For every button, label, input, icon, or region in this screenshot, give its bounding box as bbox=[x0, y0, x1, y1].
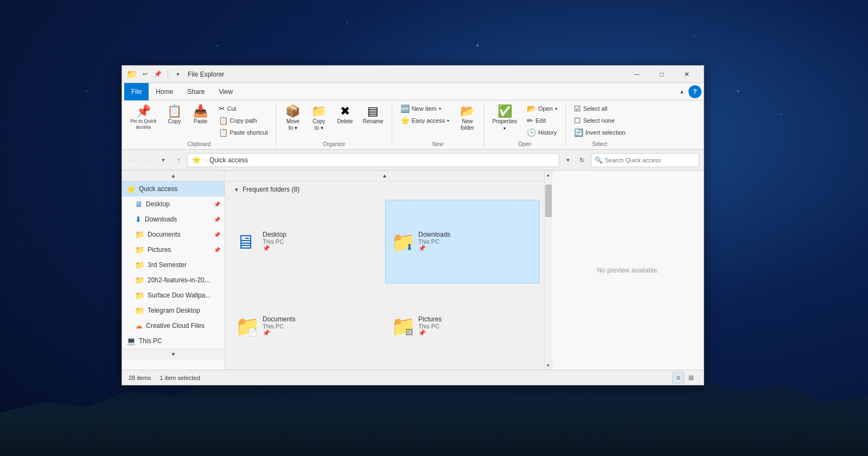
folder-item-pictures[interactable]: 📁 🖼 Pictures This PC 📌 bbox=[385, 284, 540, 368]
address-path[interactable]: ⭐ › Quick access bbox=[187, 153, 559, 167]
tab-view[interactable]: View bbox=[212, 83, 240, 100]
delete-button[interactable]: ✖ Delete bbox=[333, 103, 357, 128]
desktop-folder-icon-wrapper: 🖥 bbox=[235, 231, 257, 252]
open-items: ✅ Properties ▾ 📂 Open ▾ ✏ Edit bbox=[488, 103, 561, 139]
address-bar: ← → ▼ ↑ ⭐ › Quick access ▼ ↻ 🔍 bbox=[122, 150, 704, 170]
address-dropdown-button[interactable]: ▼ bbox=[561, 154, 575, 167]
copy-to-icon: 📁 bbox=[311, 105, 326, 117]
close-button[interactable]: ✕ bbox=[674, 66, 699, 83]
downloads-pin-icon: 📌 bbox=[214, 217, 220, 223]
downloads-folder-pin: 📌 bbox=[418, 245, 534, 252]
folder-item-downloads[interactable]: 📁 ⬇ Downloads This PC 📌 bbox=[385, 200, 540, 283]
tab-file[interactable]: File bbox=[124, 83, 149, 100]
view-details-button[interactable]: ≡ bbox=[672, 372, 684, 384]
search-input[interactable] bbox=[605, 157, 695, 163]
rename-icon: ▤ bbox=[367, 105, 379, 117]
sidebar-label-quick-access: Quick access bbox=[139, 185, 220, 193]
nav-back-button[interactable]: ← bbox=[126, 154, 139, 167]
sidebar-label-this-pc: This PC bbox=[139, 337, 220, 345]
edit-label: Edit bbox=[535, 117, 546, 124]
documents-folder-icon-wrapper: 📁 📄 bbox=[235, 315, 257, 337]
invert-selection-button[interactable]: 🔄 Invert selection bbox=[570, 126, 629, 138]
sidebar-scroll-up[interactable]: ▲ bbox=[122, 170, 225, 181]
sidebar-label-downloads: Downloads bbox=[145, 216, 210, 223]
select-all-button[interactable]: ☑ Select all bbox=[570, 103, 629, 115]
nav-up-button[interactable]: ↑ bbox=[172, 154, 185, 167]
nav-forward-button[interactable]: → bbox=[142, 154, 155, 167]
new-folder-button[interactable]: 📂 Newfolder bbox=[455, 103, 479, 134]
easy-access-button[interactable]: ⭐ Easy access ▾ bbox=[397, 115, 454, 126]
sidebar-item-this-pc[interactable]: 💻 This PC bbox=[122, 333, 225, 349]
sidebar-item-downloads[interactable]: ⬇ Downloads 📌 bbox=[122, 212, 225, 227]
rename-button[interactable]: ▤ Rename bbox=[359, 103, 387, 128]
sidebar-scroll-down[interactable]: ▼ bbox=[122, 349, 225, 359]
easy-access-arrow: ▾ bbox=[447, 118, 449, 123]
section-title-frequent: Frequent folders (8) bbox=[242, 186, 299, 193]
desktop-folder-icon: 🖥 bbox=[235, 231, 255, 253]
paste-button[interactable]: 📥 Paste bbox=[189, 103, 213, 128]
address-current-path: Quick access bbox=[209, 156, 248, 164]
copy-button[interactable]: 📋 Copy bbox=[163, 103, 187, 128]
quick-access-pin[interactable]: 📌 bbox=[152, 69, 163, 80]
folder-item-desktop[interactable]: 🖥 Desktop This PC 📌 bbox=[229, 200, 384, 283]
nav-recent-button[interactable]: ▼ bbox=[157, 154, 170, 167]
sidebar-item-pictures[interactable]: 📁 Pictures 📌 bbox=[122, 242, 225, 257]
ribbon-collapse-button[interactable]: ▲ bbox=[675, 85, 688, 98]
open-button[interactable]: 📂 Open ▾ bbox=[523, 103, 561, 115]
properties-arrow: ▾ bbox=[503, 126, 506, 131]
ribbon-help-button[interactable]: ? bbox=[688, 85, 701, 98]
edit-button[interactable]: ✏ Edit bbox=[523, 115, 561, 126]
sidebar-item-desktop[interactable]: 🖥 Desktop 📌 bbox=[122, 197, 225, 212]
select-none-icon: ☐ bbox=[574, 116, 581, 125]
20h2-icon: 📁 bbox=[135, 276, 144, 284]
address-path-separator: › bbox=[205, 156, 207, 164]
sidebar-item-20h2[interactable]: 📁 20h2-features-in-20... bbox=[122, 273, 225, 288]
desktop-pin-icon: 📌 bbox=[214, 201, 220, 207]
window-title: File Explorer bbox=[183, 71, 624, 78]
this-pc-icon: 💻 bbox=[126, 337, 136, 345]
ribbon-group-select: ☑ Select all ☐ Select none 🔄 Invert sele… bbox=[566, 103, 634, 147]
documents-folder-pin: 📌 bbox=[263, 330, 378, 337]
select-none-button[interactable]: ☐ Select none bbox=[570, 115, 629, 126]
scrollbar-up-arrow[interactable]: ▲ bbox=[545, 170, 552, 179]
sidebar-item-creative-cloud[interactable]: ☁ Creative Cloud Files bbox=[122, 318, 225, 333]
scrollbar-track[interactable] bbox=[545, 179, 552, 361]
ribbon-tabs: File Home Share View ▲ ? bbox=[122, 83, 704, 100]
paste-shortcut-button[interactable]: 📋 Paste shortcut bbox=[215, 126, 272, 138]
3rd-semester-icon: 📁 bbox=[135, 261, 144, 269]
quick-access-undo[interactable]: ↩ bbox=[139, 69, 150, 80]
tab-share[interactable]: Share bbox=[180, 83, 212, 100]
history-button[interactable]: 🕒 History bbox=[523, 126, 561, 138]
scrollbar-down-arrow[interactable]: ▼ bbox=[545, 361, 552, 370]
copy-path-button[interactable]: 📋 Copy path bbox=[215, 115, 272, 126]
ribbon-group-clipboard: 📌 Pin to Quick access 📋 Copy 📥 Paste bbox=[122, 103, 277, 147]
tab-home[interactable]: Home bbox=[149, 83, 180, 100]
address-refresh-button[interactable]: ↻ bbox=[576, 154, 589, 167]
preview-text: No preview available. bbox=[597, 267, 659, 274]
search-box[interactable]: 🔍 bbox=[591, 153, 699, 167]
downloads-folder-icon-wrapper: 📁 ⬇ bbox=[391, 231, 413, 252]
properties-button[interactable]: ✅ Properties ▾ bbox=[488, 103, 521, 134]
content-scroll-up[interactable]: ▲ bbox=[225, 170, 544, 181]
view-large-icons-button[interactable]: ⊞ bbox=[685, 372, 697, 384]
address-actions: ▼ ↻ bbox=[561, 154, 589, 167]
move-to-button[interactable]: 📦 Moveto ▾ bbox=[281, 103, 305, 134]
minimize-button[interactable]: ─ bbox=[624, 66, 649, 83]
documents-icon: 📁 bbox=[135, 230, 144, 239]
sidebar-item-documents[interactable]: 📁 Documents 📌 bbox=[122, 227, 225, 242]
ribbon-group-new: 🆕 New item ▾ ⭐ Easy access ▾ 📂 Newfolder bbox=[392, 103, 484, 147]
sidebar-item-surface-duo[interactable]: 📁 Surface Duo Wallpa... bbox=[122, 288, 225, 303]
pin-to-quick-access-button[interactable]: 📌 Pin to Quick access bbox=[126, 103, 161, 133]
section-header-frequent[interactable]: ▼ Frequent folders (8) bbox=[225, 181, 544, 198]
quick-access-customize[interactable]: ▼ bbox=[173, 69, 183, 80]
pin-label: Pin to Quick access bbox=[130, 118, 157, 130]
sidebar-item-telegram[interactable]: 📁 Telegram Desktop bbox=[122, 303, 225, 318]
maximize-button[interactable]: □ bbox=[649, 66, 674, 83]
cut-button[interactable]: ✂ Cut bbox=[215, 103, 272, 115]
sidebar-item-3rd-semester[interactable]: 📁 3rd Semester bbox=[122, 257, 225, 273]
new-item-button[interactable]: 🆕 New item ▾ bbox=[397, 103, 454, 115]
scrollbar-thumb[interactable] bbox=[545, 185, 552, 217]
copy-to-button[interactable]: 📁 Copyto ▾ bbox=[307, 103, 331, 134]
folder-item-documents[interactable]: 📁 📄 Documents This PC 📌 bbox=[229, 284, 384, 368]
sidebar-item-quick-access[interactable]: ⭐ Quick access bbox=[122, 181, 225, 197]
